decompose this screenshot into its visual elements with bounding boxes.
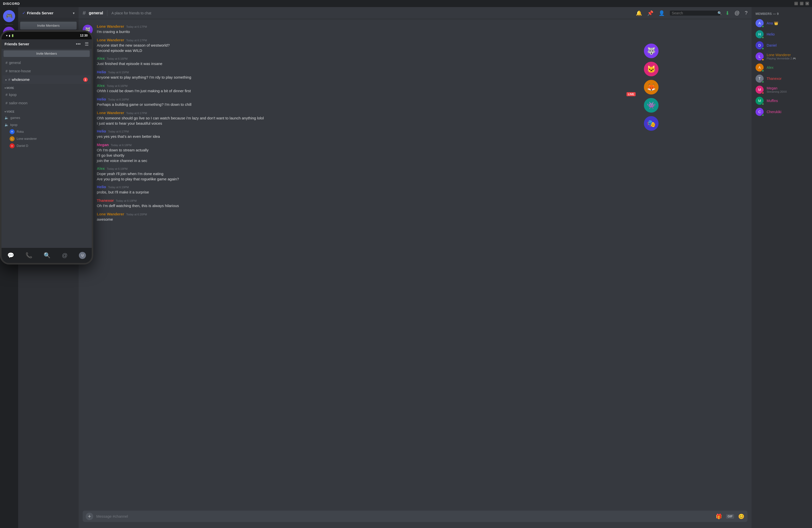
phone-body: Friends Server ••• ☰ Invite Members # ge… [1, 39, 92, 263]
pin-icon[interactable]: 📌 [647, 10, 653, 16]
phone-nav-chat-icon[interactable]: 💬 [7, 252, 14, 259]
phone-channel-kpop[interactable]: # kpop [2, 91, 91, 99]
phone-notch: ▼ ▮ 🔋 12:30 [1, 32, 92, 39]
phone-voice-user-name-roka: Roka [17, 130, 24, 133]
server-list-divider [5, 24, 13, 25]
member-item-thanexor[interactable]: T Thanexor [754, 73, 810, 84]
help-icon[interactable]: ? [745, 10, 748, 16]
member-info-helio: Helio [767, 32, 808, 36]
phone-server-header: Friends Server ••• ☰ [1, 39, 92, 49]
phone-voice-name-kpop: kpop [10, 123, 17, 127]
download-icon[interactable]: ⬇ [725, 10, 729, 16]
phone-menu-icon[interactable]: ☰ [85, 41, 89, 47]
phone-voice-games[interactable]: 🔈 games [1, 114, 92, 121]
phone-nav-avatar[interactable]: U [79, 252, 86, 259]
phone-channel-general[interactable]: # general [2, 59, 91, 67]
member-name-cherukiki: Cherukiki [767, 110, 781, 114]
invite-members-button[interactable]: Invite Members [20, 22, 77, 29]
emoji-icon[interactable]: 😊 [738, 513, 744, 519]
message-group-12: 🐴 Thanexor Today at 6:19PM Oh I'm deff w… [78, 197, 752, 210]
message-timestamp-9: Today at 6:18PM [111, 144, 132, 147]
member-item-ana[interactable]: A Ana 👑 [754, 18, 810, 29]
message-text-9a: Oh I'm down to stream actually [97, 147, 748, 153]
member-status-muffins [762, 103, 764, 105]
message-username-1: Lone Wanderer [97, 24, 124, 28]
message-header-11: Helio Today at 6:19PM [97, 185, 748, 189]
phone-category-more[interactable]: ▾ MORE [1, 84, 92, 90]
message-username-12: Thanexor [97, 198, 114, 203]
minimize-btn[interactable]: — [794, 2, 798, 5]
message-content-13: Lone Wanderer Today at 6:20PM awesome [97, 212, 748, 222]
message-header-12: Thanexor Today at 6:19PM [97, 198, 748, 203]
member-item-megan[interactable]: M Megan Streaming 20XX [754, 84, 810, 95]
phone-channel-terrace-house[interactable]: # terrace-house [2, 67, 91, 75]
phone-channel-name-terrace-house: terrace-house [9, 69, 31, 73]
phone-channel-wholesome[interactable]: ▸ # wholesome 1 [2, 75, 91, 84]
chat-channel-hash-icon: # [83, 10, 86, 16]
message-attach-button[interactable]: + [86, 513, 93, 520]
message-text-10b: Are you going to play that roguelike gam… [97, 176, 748, 181]
phone-voice-kpop[interactable]: 🔈 kpop [1, 121, 92, 128]
search-box[interactable]: 🔍 [670, 11, 720, 16]
member-name-lone-wanderer: Lone Wanderer [767, 53, 791, 57]
phone-invite-button[interactable]: Invite Members [3, 50, 90, 57]
phone-voice-user-roka[interactable]: R Roka [1, 128, 92, 135]
message-timestamp-13: Today at 6:20PM [126, 213, 147, 216]
member-status-lone-wanderer [762, 58, 764, 61]
message-username-3: Alex [97, 56, 105, 60]
wifi-icon: ▼ [5, 34, 8, 37]
server-icon-discord-home[interactable]: 🎮 [3, 10, 15, 22]
phone-channels-list: # general # terrace-house ▸ # wholesome … [1, 58, 92, 248]
phone-channel-badge-wholesome: 1 [83, 77, 88, 82]
phone-nav-search-icon[interactable]: 🔍 [44, 252, 50, 259]
gift-icon[interactable]: 🎁 [716, 513, 722, 519]
phone-voice-avatar-roka: R [10, 129, 15, 134]
message-timestamp-5: Today at 6:16PM [107, 84, 128, 87]
message-text-8: yes yes yes that's an even better idea [97, 134, 748, 139]
phone-channel-name-wholesome: wholesome [12, 77, 30, 82]
server-header[interactable]: ✓ Friends Server ▾ [18, 7, 78, 19]
message-timestamp-1: Today at 6:17PM [126, 25, 147, 28]
mention-icon[interactable]: @ [735, 10, 740, 16]
message-timestamp-4: Today at 6:15PM [108, 71, 129, 74]
message-input-icons: 🎁 GIF 😊 [716, 513, 744, 519]
message-input-field[interactable] [96, 511, 713, 522]
phone-category-voice[interactable]: ▾ VOICE [1, 107, 92, 114]
message-header-1: Lone Wanderer Today at 6:17PM [97, 24, 748, 28]
member-item-muffins[interactable]: M Muffins [754, 95, 810, 106]
bell-icon[interactable]: 🔔 [636, 10, 642, 16]
phone-avatar-3: 🦊 [643, 79, 659, 95]
member-avatar-lone-wanderer: L [756, 53, 764, 60]
member-avatar-emoji-helio: H [758, 32, 761, 36]
maximize-btn[interactable]: □ [800, 2, 803, 5]
phone-voice-user-daniel-d[interactable]: D Daniel D [1, 142, 92, 149]
member-status-ana [762, 25, 764, 28]
phone-voice-user-name-daniel-d: Daniel D [17, 144, 28, 148]
close-btn[interactable]: ✕ [806, 2, 809, 5]
phone-channel-name-general: general [9, 61, 21, 65]
phone-ellipsis-icon[interactable]: ••• [76, 42, 81, 47]
member-info-alex: Alex [767, 65, 808, 70]
member-avatar-daniel: D [756, 41, 764, 49]
phone-voice-user-lone-wanderer[interactable]: L Lone wanderer [1, 135, 92, 142]
member-status-helio [762, 36, 764, 39]
member-avatar-thanexor: T [756, 75, 764, 83]
member-item-helio[interactable]: H Helio [754, 29, 810, 40]
member-item-cherukiki[interactable]: C Cherukiki [754, 106, 810, 117]
message-group-9: 🐱 Megan Today at 6:18PM Oh I'm down to s… [78, 142, 752, 164]
member-avatar-emoji-ana: A [758, 21, 760, 25]
search-input[interactable] [672, 11, 716, 15]
members-icon[interactable]: 👤 [658, 10, 665, 16]
phone-channel-name-kpop: kpop [9, 93, 17, 97]
member-info-cherukiki: Cherukiki [767, 110, 808, 114]
message-text-9c: join the voice channel in a sec [97, 158, 748, 163]
phone-chat-avatars: 🐺 🐱 🦊 👾 🎭 [643, 43, 671, 132]
gif-button[interactable]: GIF [726, 514, 734, 519]
member-item-daniel[interactable]: D Daniel [754, 40, 810, 51]
member-item-alex[interactable]: A Alex [754, 62, 810, 73]
member-item-lone-wanderer[interactable]: L Lone Wanderer Playing Vermintide 2 🎮 [754, 51, 810, 62]
phone-nav-mention-icon[interactable]: @ [62, 252, 68, 259]
message-content-11: Helio Today at 6:19PM probs, but I'll ma… [97, 185, 748, 195]
phone-nav-phone-icon[interactable]: 📞 [26, 252, 32, 259]
phone-channel-sailor-moon[interactable]: # sailor-moon [2, 99, 91, 107]
